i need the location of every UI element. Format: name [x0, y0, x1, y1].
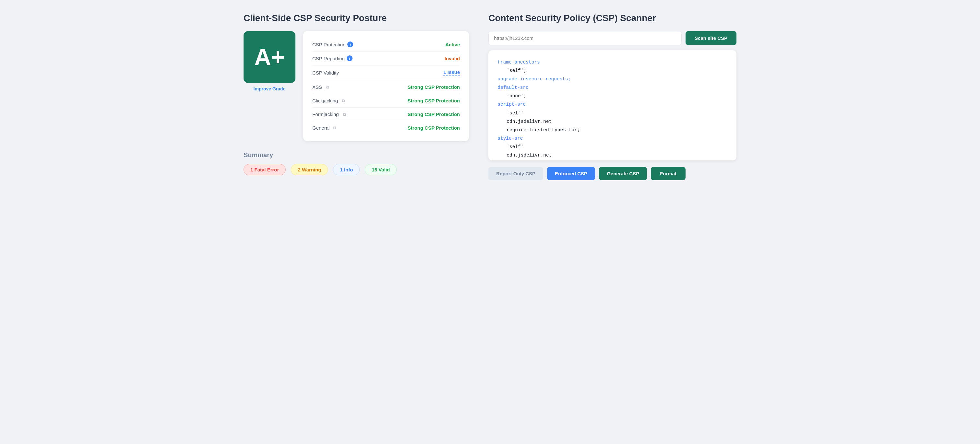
right-panel: Content Security Policy (CSP) Scanner Sc… [488, 13, 737, 180]
detail-row: Clickjacking⧉Strong CSP Protection [312, 94, 460, 108]
csp-line: default-src [498, 83, 727, 92]
left-panel: Client-Side CSP Security Posture A+ Impr… [243, 13, 469, 180]
detail-label: Formjacking⧉ [312, 111, 346, 117]
generate-csp-button[interactable]: Generate CSP [599, 167, 647, 180]
csp-line: 'none'; [498, 92, 727, 100]
page-container: Client-Side CSP Security Posture A+ Impr… [243, 13, 737, 180]
detail-status: Strong CSP Protection [407, 125, 460, 131]
grade-letter: A+ [254, 45, 285, 69]
grade-box: A+ [243, 31, 296, 83]
right-title: Content Security Policy (CSP) Scanner [488, 13, 737, 23]
csp-line: frame-ancestors [498, 58, 727, 67]
csp-line: 'self' [498, 143, 727, 151]
format-button[interactable]: Format [651, 167, 686, 180]
csp-line: 'self'; [498, 67, 727, 75]
detail-row: CSP ProtectioniActive [312, 38, 460, 52]
detail-row: General⧉Strong CSP Protection [312, 121, 460, 135]
csp-line: pro.fontawesome.com [498, 159, 727, 160]
detail-label: CSP Reportingi [312, 56, 353, 61]
detail-row: CSP ReportingiInvalid [312, 52, 460, 65]
detail-status: Invalid [445, 56, 460, 61]
csp-line: 'self' [498, 109, 727, 117]
detail-label: Clickjacking⧉ [312, 98, 345, 103]
info-icon[interactable]: i [347, 41, 353, 47]
detail-status: Strong CSP Protection [407, 111, 460, 117]
summary-badge-valid[interactable]: 15 Valid [365, 164, 397, 175]
summary-section: Summary 1 Fatal Error2 Warning1 Info15 V… [243, 151, 469, 175]
info-icon[interactable]: i [347, 56, 353, 61]
detail-status: Active [445, 42, 460, 47]
csp-line: upgrade-insecure-requests; [498, 75, 727, 83]
detail-status: 1 Issue [443, 69, 460, 76]
grade-details-card: CSP ProtectioniActiveCSP ReportingiInval… [303, 31, 469, 141]
improve-grade-link[interactable]: Improve Grade [243, 86, 296, 91]
grade-section: A+ Improve Grade CSP ProtectioniActiveCS… [243, 31, 469, 141]
external-link-icon[interactable]: ⧉ [326, 85, 329, 90]
grade-wrapper: A+ Improve Grade [243, 31, 296, 91]
scanner-input-row: Scan site CSP [488, 31, 737, 45]
detail-row: Formjacking⧉Strong CSP Protection [312, 108, 460, 121]
detail-label: CSP Validity [312, 70, 339, 76]
csp-line: style-src [498, 134, 727, 143]
detail-label: CSP Protectioni [312, 41, 353, 47]
csp-line: script-src [498, 100, 727, 109]
csp-line: cdn.jsdelivr.net [498, 151, 727, 159]
detail-row: XSS⧉Strong CSP Protection [312, 80, 460, 94]
detail-label: XSS⧉ [312, 84, 329, 90]
detail-label: General⧉ [312, 125, 336, 131]
csp-code-box[interactable]: frame-ancestors'self';upgrade-insecure-r… [488, 50, 737, 160]
enforced-csp-button[interactable]: Enforced CSP [547, 167, 595, 180]
detail-row: CSP Validity1 Issue [312, 65, 460, 80]
report-only-button[interactable]: Report Only CSP [488, 167, 543, 180]
csp-line: cdn.jsdelivr.net [498, 117, 727, 126]
summary-badge-info[interactable]: 1 Info [333, 164, 360, 175]
summary-title: Summary [243, 151, 469, 159]
url-input[interactable] [488, 31, 682, 45]
summary-badges: 1 Fatal Error2 Warning1 Info15 Valid [243, 164, 469, 175]
external-link-icon[interactable]: ⧉ [342, 98, 345, 103]
left-title: Client-Side CSP Security Posture [243, 13, 469, 23]
external-link-icon[interactable]: ⧉ [343, 112, 346, 117]
summary-badge-fatal[interactable]: 1 Fatal Error [243, 164, 286, 175]
detail-status: Strong CSP Protection [407, 84, 460, 90]
summary-badge-warning[interactable]: 2 Warning [291, 164, 328, 175]
detail-status: Strong CSP Protection [407, 98, 460, 103]
scan-csp-button[interactable]: Scan site CSP [686, 31, 737, 45]
csp-line: require-trusted-types-for; [498, 126, 727, 134]
external-link-icon[interactable]: ⧉ [333, 125, 336, 131]
action-row: Report Only CSP Enforced CSP Generate CS… [488, 167, 737, 180]
